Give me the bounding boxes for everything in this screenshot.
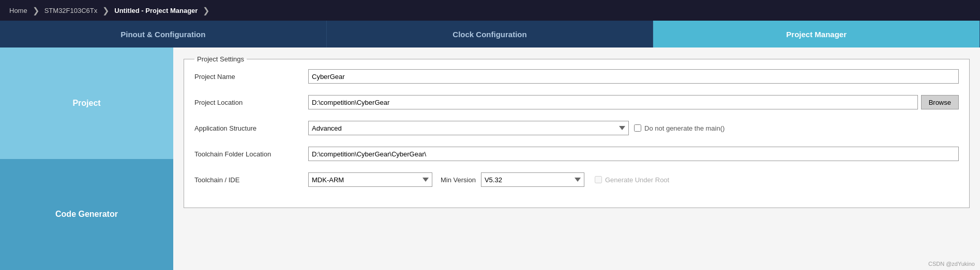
sidebar: Project Code Generator [0,47,173,270]
content-area: Project Settings Project Name Project Lo… [173,47,980,270]
generate-under-root-checkbox[interactable] [595,176,602,183]
project-location-label: Project Location [194,99,308,106]
project-name-input[interactable] [308,69,959,84]
breadcrumb-current: Untitled - Project Manager [110,7,202,14]
toolchain-ide-label: Toolchain / IDE [194,176,308,184]
breadcrumb-bar: Home ❯ STM32F103C6Tx ❯ Untitled - Projec… [0,0,980,21]
min-version-select[interactable]: V5.32 V5.29 V5.27 [481,172,584,187]
min-version-label: Min Version [441,176,476,184]
toolchain-folder-label: Toolchain Folder Location [194,150,308,158]
no-main-checkbox-label[interactable]: Do not generate the main() [634,124,725,132]
tab-bar: Pinout & Configuration Clock Configurati… [0,21,980,47]
project-settings-legend: Project Settings [194,55,247,63]
toolchain-ide-select[interactable]: MDK-ARM EWARM STM32CubeIDE Makefile [308,172,432,187]
toolchain-folder-row: Toolchain Folder Location [194,146,959,162]
project-name-row: Project Name [194,68,959,85]
no-main-label: Do not generate the main() [644,124,725,132]
breadcrumb-arrow-2: ❯ [102,6,109,15]
tab-clock[interactable]: Clock Configuration [327,21,654,47]
generate-under-root-text: Generate Under Root [605,176,669,184]
project-location-row: Project Location Browse [194,94,959,110]
toolchain-folder-input[interactable] [308,147,959,161]
sidebar-item-project[interactable]: Project [0,47,173,159]
sidebar-item-code-generator[interactable]: Code Generator [0,159,173,271]
generate-under-root-label[interactable]: Generate Under Root [595,176,669,184]
application-structure-row: Application Structure Basic Advanced Do … [194,120,959,136]
no-main-checkbox[interactable] [634,124,641,132]
tab-project-manager[interactable]: Project Manager [653,21,980,47]
min-version-group: Min Version V5.32 V5.29 V5.27 Generate U… [441,172,669,187]
browse-button[interactable]: Browse [921,95,959,109]
application-structure-select[interactable]: Basic Advanced [308,121,629,135]
toolchain-ide-row: Toolchain / IDE MDK-ARM EWARM STM32CubeI… [194,171,959,188]
breadcrumb-home[interactable]: Home [5,7,32,14]
project-settings-fieldset: Project Settings Project Name Project Lo… [184,55,970,208]
breadcrumb-arrow-1: ❯ [33,6,39,15]
project-name-label: Project Name [194,73,308,81]
main-content: Project Code Generator Project Settings … [0,47,980,270]
breadcrumb-arrow-3: ❯ [203,6,209,15]
tab-pinout[interactable]: Pinout & Configuration [0,21,327,47]
project-location-input[interactable] [308,95,918,109]
watermark: CSDN @zdYukino [928,261,975,267]
application-structure-label: Application Structure [194,124,308,132]
breadcrumb-device[interactable]: STM32F103C6Tx [40,7,102,14]
